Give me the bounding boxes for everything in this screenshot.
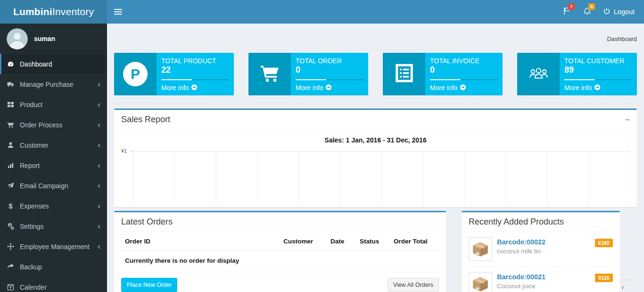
avatar[interactable] <box>7 28 28 50</box>
sidebar-item-customer[interactable]: Customer‹ <box>0 135 107 155</box>
product-info: Barcode:00021Coconut juice <box>497 272 590 292</box>
paper-plane-icon <box>7 182 20 189</box>
hamburger-icon <box>114 9 122 10</box>
sales-panel-header: Sales Report − <box>114 110 637 130</box>
chart-plot-area <box>133 151 630 205</box>
sidebar-item-product[interactable]: Product‹ <box>0 94 107 115</box>
sidebar-item-label: Manage Purchase <box>20 81 74 88</box>
sidebar-item-label: Dashboard <box>20 60 52 68</box>
share-icon <box>7 263 20 270</box>
sidebar-item-calender[interactable]: Calender <box>0 277 107 292</box>
info-box-progress-bar <box>161 79 192 80</box>
sales-panel-body: Sales: 1 Jan, 2016 - 31 Dec, 2016 ¥1 <box>114 130 637 207</box>
info-box-progress <box>430 79 498 80</box>
navbar-right: 7 0 Logout <box>557 0 644 24</box>
sales-report-panel: Sales Report − Sales: 1 Jan, 2016 - 31 D… <box>114 108 637 207</box>
info-box-icon-area <box>517 53 560 95</box>
product-price-badge: ¥115 <box>595 274 613 282</box>
flag-menu-button[interactable]: 7 <box>557 0 577 24</box>
product-description: coconut milk tin <box>497 248 590 255</box>
sidebar-item-expenses[interactable]: $Expenses‹ <box>0 196 107 216</box>
orders-panel-title: Latest Orders <box>121 217 173 227</box>
sidebar-item-dashboard[interactable]: Dashboard <box>0 54 107 74</box>
cart-big-icon <box>259 63 281 85</box>
sidebar-item-label: Email Campaign <box>20 182 68 190</box>
info-box-value: 0 <box>430 65 498 75</box>
arrow-circle-right-icon <box>191 84 198 92</box>
sidebar-item-settings[interactable]: Settings‹ <box>0 216 107 236</box>
product-barcode-link[interactable]: Barcode:00022 <box>497 238 590 246</box>
info-box-total-customer: TOTAL CUSTOMER89More info <box>517 53 637 95</box>
brand-bold: Lumbini <box>13 6 52 17</box>
info-box-value: 22 <box>161 65 229 75</box>
info-box-body: TOTAL ORDER0More info <box>291 53 368 95</box>
sidebar-item-label: Settings <box>20 223 44 230</box>
arrow-circle-right-icon <box>594 84 601 92</box>
info-box-progress-bar <box>296 79 326 80</box>
sidebar: suman DashboardManage Purchase‹Product‹O… <box>0 24 107 292</box>
more-info-link[interactable]: More info <box>161 84 229 92</box>
more-info-link[interactable]: More info <box>296 84 363 92</box>
orders-empty-message: Currently there is no order for display <box>121 250 439 272</box>
customers-icon <box>528 63 549 85</box>
brand-logo[interactable]: LumbiniInventory <box>0 0 107 24</box>
latest-orders-panel: Latest Orders Order IDCustomerDateStatus… <box>114 211 446 292</box>
column-header-status: Status <box>360 238 394 245</box>
collapse-button[interactable]: − <box>625 116 630 124</box>
cart-icon <box>7 121 20 128</box>
bottom-row: Latest Orders Order IDCustomerDateStatus… <box>114 211 637 292</box>
logout-label: Logout <box>614 8 635 16</box>
sidebar-item-label: Calender <box>20 284 47 291</box>
info-box-progress-bar <box>430 79 461 80</box>
sidebar-item-manage-purchase[interactable]: Manage Purchase‹ <box>0 74 107 94</box>
more-info-label: More info <box>564 84 592 92</box>
notifications-button[interactable]: 0 <box>577 0 597 24</box>
column-header-date: Date <box>330 238 360 245</box>
product-barcode-link[interactable]: Barcode:00021 <box>497 273 590 281</box>
info-box-total-product: PTOTAL PRODUCT22More info <box>114 53 234 95</box>
info-box-value: 0 <box>296 65 363 75</box>
view-all-orders-button[interactable]: View All Orders <box>388 278 439 292</box>
product-p-icon: P <box>123 62 148 86</box>
breadcrumb[interactable]: Dashboard <box>607 35 637 45</box>
column-header-order-total: Order Total <box>394 238 435 245</box>
sidebar-item-label: Product <box>20 101 42 108</box>
dashboard-icon <box>7 60 20 67</box>
product-image <box>469 237 492 261</box>
sidebar-item-report[interactable]: Report‹ <box>0 155 107 175</box>
sidebar-toggle-button[interactable] <box>107 0 129 24</box>
product-list-item: Barcode:00021Coconut juice¥115 <box>469 267 613 292</box>
user-name: suman <box>34 35 55 42</box>
sidebar-item-label: Order Process <box>20 121 62 129</box>
info-box-total-order: TOTAL ORDER0More info <box>248 53 368 95</box>
info-box-body: TOTAL INVOICE0More info <box>425 53 503 95</box>
arrow-circle-right-icon <box>460 84 466 92</box>
cutoff-divider <box>620 279 631 280</box>
content-header: Dashboard <box>114 31 637 45</box>
product-description: Coconut juice <box>497 283 590 290</box>
arrows-icon <box>7 243 20 250</box>
truck-icon <box>7 81 20 88</box>
logout-button[interactable]: Logout <box>597 0 640 24</box>
y-axis-tick-label: ¥1 <box>121 148 127 154</box>
calendar-plus-icon <box>7 284 20 291</box>
invoice-list-icon <box>394 63 415 85</box>
sidebar-item-employee-management[interactable]: Employee Management‹ <box>0 236 107 257</box>
sidebar-item-email-campaign[interactable]: Email Campaign‹ <box>0 175 107 196</box>
sidebar-item-backup[interactable]: Backup <box>0 257 107 277</box>
info-box-icon-area <box>248 53 291 95</box>
info-box-icon-area: P <box>114 53 157 95</box>
more-info-link[interactable]: More info <box>564 84 632 92</box>
place-new-order-button[interactable]: Place New Order <box>121 278 177 292</box>
info-box-body: TOTAL CUSTOMER89More info <box>560 53 637 95</box>
info-box-progress <box>296 79 363 80</box>
orders-panel-header: Latest Orders <box>114 212 446 232</box>
info-box-progress <box>564 79 632 80</box>
product-image <box>469 272 492 292</box>
info-box-icon-area <box>383 53 425 95</box>
more-info-link[interactable]: More info <box>430 84 498 92</box>
sidebar-item-label: Employee Management <box>20 243 90 250</box>
sidebar-item-order-process[interactable]: Order Process‹ <box>0 115 107 135</box>
orders-table-header-row: Order IDCustomerDateStatusOrder Total <box>121 232 439 250</box>
info-box-total-invoice: TOTAL INVOICE0More info <box>383 53 503 95</box>
